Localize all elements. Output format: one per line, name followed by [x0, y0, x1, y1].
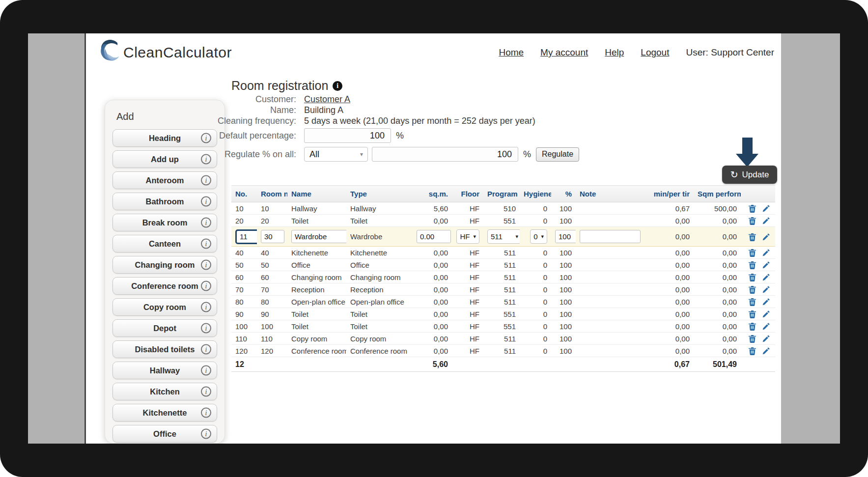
add-room-type-button[interactable]: Bathroom i	[112, 193, 217, 210]
add-room-type-button[interactable]: Hallway i	[112, 362, 217, 379]
annotation-arrow-head-icon	[736, 154, 758, 167]
info-icon[interactable]: i	[201, 408, 211, 418]
table-total-row: 12 5,60 0,67 501,49	[231, 357, 775, 372]
edit-icon[interactable]	[762, 322, 770, 331]
delete-icon[interactable]	[748, 322, 756, 331]
delete-icon[interactable]	[748, 233, 756, 241]
chevron-down-icon: ▾	[541, 233, 544, 240]
add-room-type-button[interactable]: Canteen i	[112, 235, 217, 253]
delete-icon[interactable]	[748, 335, 756, 343]
nav-help-link[interactable]: Help	[605, 47, 624, 58]
regulate-percentage-input[interactable]	[372, 147, 518, 162]
col-sqm: sq.m.	[413, 186, 452, 202]
regulate-button[interactable]: Regulate	[536, 147, 579, 162]
add-room-type-button[interactable]: Disabled toilets i	[112, 340, 217, 358]
edit-hygiene-value: 0	[533, 232, 537, 241]
delete-icon[interactable]	[748, 261, 756, 269]
edit-icon[interactable]	[762, 249, 770, 257]
edit-icon[interactable]	[762, 217, 770, 225]
info-icon[interactable]: i	[201, 344, 211, 355]
add-room-type-button[interactable]: Changing room i	[112, 256, 217, 274]
row-actions	[741, 215, 775, 227]
edit-hygiene-select[interactable]: 0 ▾	[530, 229, 547, 244]
edit-icon[interactable]	[762, 298, 770, 306]
add-room-type-button[interactable]: Break room i	[112, 214, 217, 231]
add-room-type-label: Bathroom	[146, 197, 184, 206]
info-icon[interactable]: i	[201, 196, 211, 207]
edit-note-input[interactable]	[580, 230, 641, 243]
delete-icon[interactable]	[748, 310, 756, 318]
delete-icon[interactable]	[748, 204, 756, 213]
cleaning-frequency-value: 5 days a week (21,00 days per month = 25…	[304, 116, 535, 126]
edit-icon[interactable]	[762, 335, 770, 343]
edit-floor-select[interactable]: HF ▾	[456, 229, 479, 244]
default-percentage-input[interactable]	[304, 128, 391, 143]
logged-in-user-label: User: Support Center	[686, 47, 774, 58]
edit-no-input[interactable]	[235, 229, 257, 244]
info-icon[interactable]: i	[201, 323, 211, 334]
info-icon[interactable]: i	[333, 81, 342, 91]
delete-icon[interactable]	[748, 249, 756, 257]
col-hygiene: Hygiene	[520, 186, 551, 202]
nav-home-link[interactable]: Home	[499, 47, 524, 58]
delete-icon[interactable]	[748, 285, 756, 294]
info-icon[interactable]: i	[201, 429, 211, 439]
row-actions	[741, 247, 775, 259]
edit-icon[interactable]	[762, 233, 770, 241]
col-note: Note	[576, 186, 644, 202]
building-name-value: Building A	[304, 105, 343, 115]
add-room-type-button[interactable]: Office i	[112, 425, 217, 443]
room-row: 110 110 Copy room Copy room 0,00 HF 511 …	[231, 333, 775, 345]
chevron-down-icon: ▾	[473, 233, 476, 240]
percent-sign: %	[523, 149, 531, 160]
edit-sqm-input[interactable]	[417, 230, 451, 243]
room-row: 120 120 Conference room Conference room …	[231, 345, 775, 357]
col-sqm-performance: Sqm performc	[694, 186, 741, 202]
add-room-type-button[interactable]: Anteroom i	[112, 171, 217, 189]
col-min-per-time: min/per tir	[644, 186, 694, 202]
room-row: 90 90 Toilet Toilet 0,00 HF 551 0 100 0,…	[231, 308, 775, 320]
add-room-type-button[interactable]: Kitchenette i	[112, 404, 217, 421]
add-room-type-button[interactable]: Depot i	[112, 319, 217, 337]
edit-icon[interactable]	[762, 285, 770, 294]
regulate-scope-select[interactable]: All ▾	[304, 147, 368, 162]
add-room-type-button[interactable]: Kitchen i	[112, 383, 217, 400]
edit-icon[interactable]	[762, 273, 770, 281]
edit-name-input[interactable]	[291, 230, 346, 243]
add-room-type-label: Anteroom	[146, 176, 184, 185]
edit-icon[interactable]	[762, 310, 770, 318]
add-room-type-label: Conference room	[131, 281, 198, 291]
info-icon[interactable]: i	[201, 281, 211, 291]
edit-program-select[interactable]: 511 ▾	[487, 229, 520, 244]
annotation-arrow-down-icon	[742, 138, 753, 154]
add-room-type-label: Canteen	[149, 239, 181, 249]
delete-icon[interactable]	[748, 347, 756, 355]
delete-icon[interactable]	[748, 217, 756, 225]
edit-icon[interactable]	[762, 261, 770, 269]
delete-icon[interactable]	[748, 273, 756, 281]
delete-icon[interactable]	[748, 298, 756, 306]
info-icon[interactable]: i	[201, 239, 211, 249]
room-row: 50 50 Office Office 0,00 HF 511 0 100 0,…	[231, 259, 775, 271]
add-room-type-button[interactable]: Conference room i	[112, 277, 217, 295]
edit-room-no-input[interactable]	[261, 230, 284, 243]
add-room-type-button[interactable]: Copy room i	[112, 298, 217, 316]
col-type: Type	[346, 186, 413, 202]
edit-icon[interactable]	[762, 347, 770, 355]
update-button-label: Update	[742, 170, 769, 180]
editable-room-row: Wardrobe HF ▾ 511 ▾	[231, 227, 775, 247]
info-icon[interactable]: i	[201, 302, 211, 312]
edit-icon[interactable]	[762, 204, 770, 213]
info-icon[interactable]: i	[201, 387, 211, 397]
col-no: No.	[231, 186, 257, 202]
info-icon[interactable]: i	[201, 365, 211, 376]
edit-percent-input[interactable]	[555, 230, 576, 243]
default-percentage-label: Default percentage:	[204, 131, 296, 141]
info-icon[interactable]: i	[201, 260, 211, 270]
info-icon[interactable]: i	[201, 218, 211, 228]
nav-my-account-link[interactable]: My account	[540, 47, 588, 58]
info-icon[interactable]: i	[201, 175, 211, 186]
customer-link[interactable]: Customer A	[304, 94, 350, 104]
nav-logout-link[interactable]: Logout	[641, 47, 669, 58]
update-button[interactable]: ↻ Update	[722, 166, 777, 184]
